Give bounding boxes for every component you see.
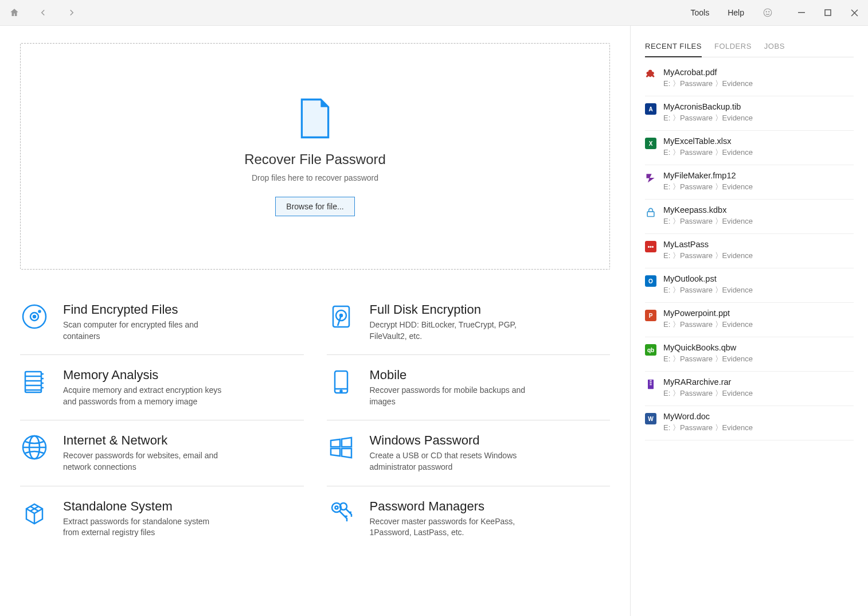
recent-item[interactable]: qbMyQuickBooks.qbwE: 〉Passware 〉Evidence xyxy=(645,337,854,372)
svg-rect-33 xyxy=(647,212,654,216)
tab-folders[interactable]: FOLDERS xyxy=(714,37,752,57)
feature-desc: Create a USB or CD that resets Windows a… xyxy=(370,450,530,473)
recent-item[interactable]: XMyExcelTable.xlsxE: 〉Passware 〉Evidence xyxy=(645,131,854,165)
feature-desc: Acquire memory and extract encryption ke… xyxy=(63,385,224,407)
smiley-icon[interactable] xyxy=(759,4,776,21)
dropzone[interactable]: Recover File Password Drop files here to… xyxy=(20,43,610,270)
feature-title: Internet & Network xyxy=(63,433,224,448)
svg-rect-36 xyxy=(650,382,651,384)
recent-item[interactable]: WMyWord.docE: 〉Passware 〉Evidence xyxy=(645,406,854,440)
menu-tools[interactable]: Tools xyxy=(687,6,713,20)
feature-title: Mobile xyxy=(370,368,530,383)
feature-memory[interactable]: Memory AnalysisAcquire memory and extrac… xyxy=(20,355,304,420)
recent-file-name: MyKeepass.kdbx xyxy=(663,205,753,215)
recent-file-name: MyAcronisBackup.tib xyxy=(663,102,753,111)
file-type-icon: qb xyxy=(645,344,656,356)
svg-rect-35 xyxy=(650,380,651,382)
file-type-icon: X xyxy=(645,138,656,149)
feature-desc: Recover passwords for websites, email an… xyxy=(63,450,224,473)
feature-title: Standalone System xyxy=(63,499,224,514)
dropzone-subtitle: Drop files here to recover password xyxy=(252,173,378,182)
svg-rect-11 xyxy=(25,372,41,392)
recent-file-path: E: 〉Passware 〉Evidence xyxy=(663,388,753,399)
file-type-icon xyxy=(645,379,656,390)
file-type-icon xyxy=(645,69,656,80)
recent-file-name: MyRARarchive.rar xyxy=(663,377,753,387)
svg-point-0 xyxy=(764,9,772,17)
recent-files-list: MyAcrobat.pdfE: 〉Passware 〉EvidenceAMyAc… xyxy=(645,62,854,440)
recent-item[interactable]: MyRARarchive.rarE: 〉Passware 〉Evidence xyxy=(645,372,854,406)
recent-item[interactable]: PMyPowerpoint.pptE: 〉Passware 〉Evidence xyxy=(645,303,854,337)
mobile-icon xyxy=(327,368,355,396)
close-button[interactable] xyxy=(846,5,862,21)
recent-file-path: E: 〉Passware 〉Evidence xyxy=(663,354,753,364)
toolbar: Tools Help xyxy=(0,0,868,26)
svg-rect-3 xyxy=(798,12,805,13)
maximize-button[interactable] xyxy=(820,5,836,21)
menu-help[interactable]: Help xyxy=(724,6,748,20)
feature-desc: Extract passwords for standalone system … xyxy=(63,516,224,539)
feature-hdd[interactable]: Full Disk EncryptionDecrypt HDD: BitLock… xyxy=(327,290,611,355)
feature-globe[interactable]: Internet & NetworkRecover passwords for … xyxy=(20,420,304,486)
recent-item[interactable]: OMyOutlook.pstE: 〉Passware 〉Evidence xyxy=(645,268,854,303)
svg-rect-37 xyxy=(650,384,651,385)
svg-point-31 xyxy=(335,506,338,509)
file-type-icon: ••• xyxy=(645,241,656,252)
feature-key[interactable]: Password ManagersRecover master password… xyxy=(327,486,611,551)
recent-file-name: MyWord.doc xyxy=(663,412,753,421)
recent-file-path: E: 〉Passware 〉Evidence xyxy=(663,319,753,330)
recent-item[interactable]: MyAcrobat.pdfE: 〉Passware 〉Evidence xyxy=(645,62,854,96)
globe-icon xyxy=(20,433,49,462)
svg-point-10 xyxy=(39,311,41,313)
file-icon xyxy=(299,97,331,140)
feature-windows[interactable]: Windows PasswordCreate a USB or CD that … xyxy=(327,420,611,486)
feature-title: Full Disk Encryption xyxy=(370,302,530,317)
recent-file-name: MyOutlook.pst xyxy=(663,274,753,283)
svg-point-9 xyxy=(33,315,36,318)
recent-file-path: E: 〉Passware 〉Evidence xyxy=(663,79,753,89)
key-icon xyxy=(327,499,355,528)
main-content: Recover File Password Drop files here to… xyxy=(0,26,630,616)
feature-desc: Recover master passwords for KeePass, 1P… xyxy=(370,516,530,539)
file-type-icon: A xyxy=(645,103,656,115)
feature-title: Password Managers xyxy=(370,499,530,514)
file-type-icon xyxy=(645,206,656,218)
svg-point-1 xyxy=(766,11,767,12)
recent-file-path: E: 〉Passware 〉Evidence xyxy=(663,216,753,227)
feature-title: Find Encrypted Files xyxy=(63,302,224,317)
recent-file-path: E: 〉Passware 〉Evidence xyxy=(663,182,753,192)
recent-file-name: MyExcelTable.xlsx xyxy=(663,137,753,146)
feature-title: Windows Password xyxy=(370,433,530,448)
recent-file-path: E: 〉Passware 〉Evidence xyxy=(663,251,753,261)
file-type-icon: O xyxy=(645,275,656,287)
recent-file-name: MyPowerpoint.ppt xyxy=(663,309,753,318)
svg-rect-4 xyxy=(825,10,831,15)
recent-item[interactable]: •••MyLastPassE: 〉Passware 〉Evidence xyxy=(645,234,854,268)
tab-jobs[interactable]: JOBS xyxy=(764,37,785,57)
recent-file-name: MyFileMaker.fmp12 xyxy=(663,171,753,180)
recent-file-name: MyAcrobat.pdf xyxy=(663,68,753,77)
feature-desc: Scan computer for encrypted files and co… xyxy=(63,319,224,342)
recent-item[interactable]: MyKeepass.kdbxE: 〉Passware 〉Evidence xyxy=(645,200,854,234)
minimize-button[interactable] xyxy=(793,5,810,21)
main: Recover File Password Drop files here to… xyxy=(0,26,868,616)
file-type-icon: P xyxy=(645,310,656,321)
windows-icon xyxy=(327,433,355,462)
cube-icon xyxy=(20,499,49,528)
svg-point-29 xyxy=(340,391,342,392)
feature-desc: Decrypt HDD: BitLocker, TrueCrypt, PGP, … xyxy=(370,319,530,342)
file-type-icon xyxy=(645,172,656,184)
home-button[interactable] xyxy=(6,4,23,21)
feature-mobile[interactable]: MobileRecover passwords for mobile backu… xyxy=(327,355,611,420)
recent-file-name: MyLastPass xyxy=(663,240,753,249)
tab-recent-files[interactable]: RECENT FILES xyxy=(645,37,702,57)
recent-item[interactable]: AMyAcronisBackup.tibE: 〉Passware 〉Eviden… xyxy=(645,96,854,131)
feature-disc[interactable]: Find Encrypted FilesScan computer for en… xyxy=(20,290,304,355)
forward-button[interactable] xyxy=(63,4,80,21)
recent-item[interactable]: MyFileMaker.fmp12E: 〉Passware 〉Evidence xyxy=(645,165,854,200)
features-grid: Find Encrypted FilesScan computer for en… xyxy=(20,290,610,551)
feature-cube[interactable]: Standalone SystemExtract passwords for s… xyxy=(20,486,304,551)
sidebar: RECENT FILESFOLDERSJOBS MyAcrobat.pdfE: … xyxy=(630,26,868,616)
back-button[interactable] xyxy=(34,4,52,21)
browse-button[interactable]: Browse for file... xyxy=(275,197,354,216)
